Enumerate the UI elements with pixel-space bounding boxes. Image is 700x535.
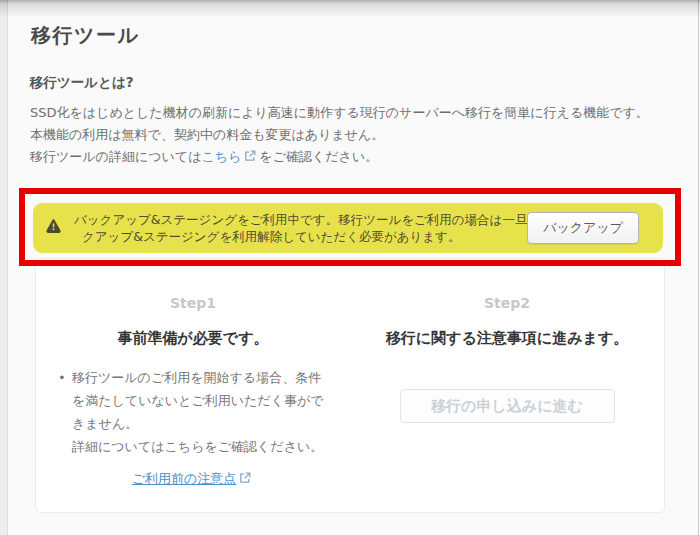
backup-staging-alert: バックアップ&ステージングをご利用中です。移行ツールをご利用の場合は一旦バッ ク… (33, 203, 663, 253)
external-link-icon (239, 472, 251, 487)
intro-line-3: 移行ツールの詳細についてはこちらをご確認ください。 (30, 146, 670, 169)
steps-panel: Step1 事前準備が必要です。 • 移行ツールのご利用を開始する場合、条件を満… (35, 258, 665, 513)
precautions-link-row: ご利用前の注意点 (36, 470, 350, 488)
external-link-icon (244, 147, 256, 169)
left-edge-strip (0, 0, 8, 535)
intro-line-3-suffix: をご確認ください。 (259, 149, 378, 164)
intro-line-2: 本機能の利用は無料で、契約中の料金も変更はありません。 (30, 124, 670, 146)
top-shadow (0, 0, 700, 18)
details-link[interactable]: こちら (201, 149, 241, 164)
right-edge-border (698, 0, 699, 535)
step1-bullet-line-2: 詳細についてはこちらをご確認ください。 (72, 435, 326, 458)
alert-message-line-2: クアップ&ステージングを利用解除していただく必要があります。 (82, 228, 549, 245)
step2-label: Step2 (350, 295, 664, 311)
backup-button[interactable]: バックアップ (527, 212, 639, 244)
precautions-link[interactable]: ご利用前の注意点 (132, 471, 237, 486)
step1-bullet-item: • 移行ツールのご利用を開始する場合、条件を満たしていないとご利用いただく事がで… (58, 366, 326, 458)
bullet-dot: • (58, 366, 72, 458)
alert-message-line-1: バックアップ&ステージングをご利用中です。移行ツールをご利用の場合は一旦バッ (74, 211, 549, 228)
section-heading: 移行ツールとは? (30, 74, 134, 92)
step1-heading: 事前準備が必要です。 (36, 329, 350, 348)
step1-bullet-line-1: 移行ツールのご利用を開始する場合、条件を満たしていないとご利用いただく事ができま… (72, 366, 326, 435)
intro-line-3-prefix: 移行ツールの詳細については (30, 149, 201, 164)
intro-line-1: SSD化をはじめとした機材の刷新により高速に動作する現行のサーバーへ移行を簡単に… (30, 102, 670, 124)
warning-icon (46, 218, 61, 233)
step1-column: Step1 事前準備が必要です。 • 移行ツールのご利用を開始する場合、条件を満… (36, 259, 350, 512)
page-title: 移行ツール (31, 22, 139, 49)
intro-text: SSD化をはじめとした機材の刷新により高速に動作する現行のサーバーへ移行を簡単に… (30, 102, 670, 169)
proceed-application-button[interactable]: 移行の申し込みに進む (400, 389, 615, 423)
alert-message: バックアップ&ステージングをご利用中です。移行ツールをご利用の場合は一旦バッ ク… (74, 211, 549, 245)
step2-column: Step2 移行に関する注意事項に進みます。 移行の申し込みに進む (350, 259, 664, 512)
step1-bullet-text: 移行ツールのご利用を開始する場合、条件を満たしていないとご利用いただく事ができま… (72, 366, 326, 458)
step2-heading: 移行に関する注意事項に進みます。 (350, 329, 664, 348)
step1-label: Step1 (36, 295, 350, 311)
